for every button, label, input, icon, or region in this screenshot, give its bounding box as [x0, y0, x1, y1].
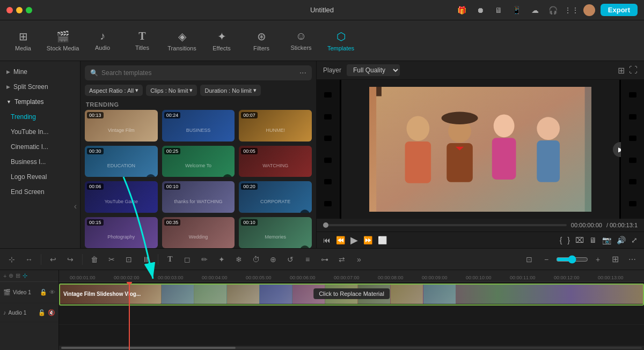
template-card-wedding[interactable]: Wedding 00:35 Wedding Scen... — [162, 217, 235, 249]
toolbar-transitions[interactable]: ◈ Transitions — [163, 25, 201, 57]
toolbar-titles[interactable]: T Titles — [123, 25, 161, 57]
crop-icon[interactable]: ⌧ — [575, 236, 584, 244]
zoom-slider[interactable] — [556, 255, 588, 264]
undo-button[interactable]: ↩ — [46, 252, 61, 267]
cloud-icon[interactable]: ☁ — [529, 4, 541, 17]
crop-button[interactable]: ⊡ — [121, 252, 136, 267]
template-card-characters[interactable]: HUNME! 00:07 Characters App... — [239, 110, 312, 142]
toolbar-effects[interactable]: ✦ Effects — [203, 25, 240, 57]
chevron-down-icon: ▾ — [189, 87, 193, 94]
monitor-icon[interactable]: 🖥 — [492, 4, 505, 17]
gift-icon[interactable]: 🎁 — [456, 4, 469, 17]
effect-button[interactable]: ✦ — [214, 252, 229, 267]
mute-icon[interactable]: 🔇 — [48, 309, 55, 316]
frame-back-button[interactable]: ⏪ — [336, 236, 345, 244]
sidebar-item-splitscreen[interactable]: ▶ Split Screen — [0, 79, 80, 94]
record-icon[interactable]: ⏺ — [474, 4, 487, 17]
edit-more-button[interactable]: ≡ — [300, 252, 315, 267]
play-button[interactable]: ▶ — [350, 234, 358, 246]
bracket-out-icon[interactable]: } — [567, 236, 570, 244]
template-card-simple[interactable]: thanks for WATCHING 00:10 Simple ending … — [162, 181, 235, 213]
headset-icon[interactable]: 🎧 — [547, 4, 560, 17]
video-clip[interactable]: Vintage Film Slideshow Vlog... — [59, 284, 644, 304]
freeze-button[interactable]: ❄ — [231, 252, 246, 267]
toolbar-media[interactable]: ⊞ Media — [4, 25, 42, 57]
playback-timeline[interactable] — [323, 224, 567, 226]
delete-button[interactable]: 🗑 — [87, 252, 102, 267]
sidebar-item-business[interactable]: Business I... — [0, 154, 80, 169]
lock-icon[interactable]: 🔓 — [40, 289, 47, 296]
redo-button[interactable]: ↪ — [63, 252, 78, 267]
playhead[interactable] — [129, 282, 130, 350]
track-fit-icon[interactable]: ⊞ — [16, 272, 20, 279]
sidebar-item-templates[interactable]: ▼ Templates — [0, 94, 80, 109]
quality-select[interactable]: Full Quality Half Quality — [347, 64, 400, 76]
clips-filter[interactable]: Clips : No limit ▾ — [146, 85, 197, 96]
replace-button[interactable]: ↺ — [283, 252, 298, 267]
sidebar-item-endscreen[interactable]: End Screen — [0, 184, 80, 199]
loop-button[interactable]: ⇄ — [334, 252, 349, 267]
volume-icon[interactable]: 🔊 — [617, 236, 626, 244]
zoom-in-button[interactable]: + — [590, 252, 605, 267]
maximize-button[interactable] — [26, 7, 32, 13]
eye-icon[interactable]: 👁 — [49, 289, 55, 296]
template-card-business[interactable]: BUSINESS 00:24 Internet Busine... — [162, 110, 235, 142]
template-card-education[interactable]: EDUCATION 00:30 ↓ Modern Educati... — [85, 146, 158, 177]
grid-icon[interactable]: ⋮⋮ — [565, 4, 578, 17]
add-track-icon[interactable]: + — [3, 273, 6, 279]
split-button[interactable]: ⏸ — [138, 252, 153, 267]
template-card-welcome[interactable]: Welcome To 00:25 ↓ Welcome To M... — [162, 146, 235, 177]
frame-forward-button[interactable]: ⏩ — [363, 236, 372, 244]
speed-button[interactable]: ⏱ — [248, 252, 264, 267]
duration-filter[interactable]: Duration : No limit ▾ — [200, 85, 260, 96]
sidebar-item-trending[interactable]: Trending — [0, 109, 80, 124]
toolbar-stock[interactable]: 🎬 Stock Media — [44, 25, 82, 57]
paint-button[interactable]: ✏ — [197, 252, 212, 267]
toolbar-filters[interactable]: ⊛ Filters — [243, 25, 280, 57]
template-card-imaging[interactable]: Photography 00:15 Imaging Produ... — [85, 217, 158, 249]
zoom-out-button[interactable]: − — [539, 252, 554, 267]
bracket-in-icon[interactable]: { — [560, 236, 562, 244]
collapse-panel-button[interactable]: ‹ — [74, 202, 77, 211]
template-card-subscribe[interactable]: WATCHING 00:05 Subscribe Now — [239, 146, 312, 177]
fullscreen-icon[interactable]: ⛶ — [629, 65, 638, 76]
sidebar-item-cinematic[interactable]: Cinematic I... — [0, 139, 80, 154]
aspect-ratio-filter[interactable]: Aspect Ratio : All ▾ — [85, 85, 143, 96]
camera-icon[interactable]: 📷 — [602, 236, 611, 244]
export-button[interactable]: Export — [601, 4, 638, 16]
expand-icon[interactable]: ⤢ — [631, 236, 638, 244]
snap-active-icon[interactable]: ⊹ — [23, 272, 27, 279]
text-button[interactable]: T — [163, 252, 178, 267]
mask-button[interactable]: ◻ — [180, 252, 195, 267]
sidebar-item-youtube[interactable]: YouTube In... — [0, 124, 80, 139]
more-tools-button[interactable]: » — [352, 252, 367, 267]
monitor-output-icon[interactable]: 🖥 — [589, 236, 597, 244]
snap-icon[interactable]: ⊹ — [4, 252, 19, 267]
sidebar-item-mine[interactable]: ▶ Mine — [0, 64, 80, 79]
template-card-corporate[interactable]: CORPORATE 00:20 ↓ Company Team... — [239, 181, 312, 213]
track-settings-icon[interactable]: ⊕ — [9, 272, 13, 279]
track-select-icon[interactable]: ↔ — [21, 252, 36, 267]
sidebar-item-logo[interactable]: Logo Reveal — [0, 169, 80, 184]
more-options-button[interactable]: ⋯ — [625, 252, 640, 267]
stop-button[interactable]: ⬜ — [378, 236, 387, 244]
toolbar-stickers[interactable]: ☺ Stickers — [282, 25, 320, 57]
template-card-ytgame[interactable]: YouTube Game 00:06 YouTube Game... — [85, 181, 158, 213]
template-card-memories[interactable]: Memories 00:10 ↓ Memories Of O... — [239, 217, 312, 249]
toolbar-templates[interactable]: ⬡ Templates — [322, 25, 360, 57]
adjust-button[interactable]: ⊶ — [317, 252, 332, 267]
time-button[interactable]: ⊕ — [266, 252, 281, 267]
layout-grid-icon[interactable]: ⊞ — [618, 65, 625, 76]
track-layout-button[interactable]: ⊞ — [608, 252, 623, 267]
search-input[interactable] — [101, 69, 296, 77]
template-card-vintage[interactable]: Vintage Film 00:13 Vintage Film Sli... — [85, 110, 158, 142]
device-icon[interactable]: 📱 — [510, 4, 523, 17]
cut-button[interactable]: ✂ — [104, 252, 119, 267]
close-button[interactable] — [6, 7, 13, 13]
audio-lock-icon[interactable]: 🔓 — [38, 309, 46, 316]
zoom-fit-icon[interactable]: ⊡ — [522, 252, 537, 267]
toolbar-audio[interactable]: ♪ Audio — [84, 25, 121, 57]
more-options-icon[interactable]: ··· — [299, 68, 306, 78]
skip-back-button[interactable]: ⏮ — [323, 236, 331, 244]
minimize-button[interactable] — [16, 7, 23, 13]
